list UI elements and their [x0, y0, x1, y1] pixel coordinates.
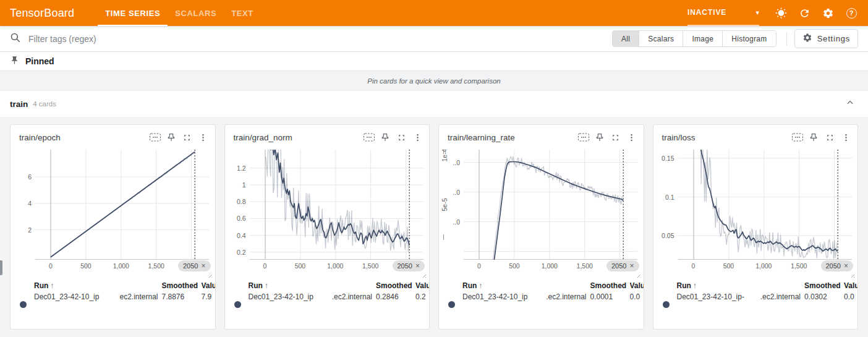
value-column-header[interactable]: Value — [202, 281, 215, 290]
axis-tick-label: 0.15 — [662, 155, 674, 162]
pin-icon[interactable] — [806, 130, 822, 145]
refresh-icon[interactable] — [793, 1, 816, 25]
close-icon[interactable]: × — [415, 262, 420, 270]
run-color-dot[interactable] — [448, 301, 455, 308]
run-group-name: train — [10, 100, 28, 109]
fullscreen-icon[interactable] — [608, 130, 624, 145]
axis-tick-label: 0 — [692, 262, 696, 270]
plugin-filter-group: All Scalars Image Histogram — [612, 30, 777, 47]
run-column-header[interactable]: Run — [249, 281, 263, 290]
line-chart[interactable]: ..0..0..01e-45e-5 2050× 05001,0001,500 — [439, 150, 640, 272]
run-status-dropdown[interactable]: INACTIVE ▾ — [687, 0, 759, 26]
run-color-dot[interactable] — [663, 301, 670, 308]
fullscreen-icon[interactable] — [393, 130, 409, 145]
value-cell: 0.2 — [415, 292, 429, 301]
axis-tick-label: 0 — [263, 262, 267, 270]
fit-domain-icon[interactable] — [576, 130, 592, 145]
scalar-card-learning-rate: train/learning_rate ..0..0..01e-45e-5 20… — [438, 124, 644, 330]
run-name-start: Dec01_23-42-10_ip — [249, 292, 313, 301]
run-color-dot[interactable] — [234, 301, 241, 308]
axis-tick-label: 4 — [28, 200, 32, 207]
line-chart[interactable]: 0.050.10.15 2050× 05001,0001,500 — [653, 150, 854, 272]
plot-area[interactable] — [464, 150, 637, 260]
pin-hint-band: Pin cards for a quick view and compariso… — [0, 70, 868, 91]
step-selector[interactable]: 2050× — [393, 260, 425, 271]
fullscreen-icon[interactable] — [179, 130, 195, 145]
filter-image-button[interactable]: Image — [683, 31, 723, 46]
smoothed-value: 0.0302 — [804, 292, 844, 301]
smoothed-value: 0.0001 — [590, 292, 630, 301]
smoothed-column-header[interactable]: Smoothed — [376, 281, 415, 290]
close-icon[interactable]: × — [629, 262, 634, 270]
sidebar-expand-handle[interactable] — [0, 260, 2, 275]
tab-text[interactable]: TEXT — [224, 0, 261, 26]
tab-scalars[interactable]: SCALARS — [168, 0, 224, 26]
filter-all-button[interactable]: All — [613, 31, 639, 46]
smoothed-value: 0.2846 — [376, 292, 415, 301]
run-name-end: .ec2.internal — [332, 292, 372, 301]
help-icon[interactable]: ? — [840, 1, 863, 25]
value-column-header[interactable]: Value — [415, 281, 429, 290]
x-axis: 2050× 05001,0001,500 — [250, 260, 423, 272]
more-menu-icon[interactable] — [838, 130, 854, 145]
axis-tick-label: 6 — [28, 173, 32, 181]
x-axis: 2050× 05001,0001,500 — [35, 260, 209, 272]
step-selector[interactable]: 2050× — [606, 260, 639, 271]
smoothed-column-header[interactable]: Smoothed — [804, 281, 844, 290]
scalar-card-epoch: train/epoch 246 2050× 05001,0001,500 Run… — [10, 124, 216, 330]
card-title: train/grad_norm — [234, 133, 292, 142]
line-chart[interactable]: 0.20.40.60.811.2 2050× 05001,0001,500 — [225, 150, 426, 272]
settings-button[interactable]: Settings — [794, 29, 858, 48]
run-color-dot[interactable] — [20, 301, 27, 308]
run-column-header[interactable]: Run — [677, 281, 691, 290]
more-menu-icon[interactable] — [409, 130, 425, 145]
resize-handle[interactable] — [420, 272, 426, 278]
more-menu-icon[interactable] — [624, 130, 640, 145]
close-icon[interactable]: × — [844, 262, 848, 270]
plot-area[interactable] — [35, 150, 209, 260]
close-icon[interactable]: × — [201, 262, 205, 270]
resize-handle[interactable] — [206, 272, 212, 278]
axis-tick-label: 2 — [28, 226, 32, 234]
settings-gear-icon[interactable] — [816, 1, 840, 25]
fit-domain-icon[interactable] — [147, 130, 163, 145]
resize-handle[interactable] — [849, 272, 854, 278]
plot-area[interactable] — [678, 150, 852, 260]
pin-icon[interactable] — [377, 130, 393, 145]
plot-area[interactable] — [250, 150, 423, 260]
value-column-header[interactable]: Value — [630, 281, 644, 290]
tab-time-series[interactable]: TIME SERIES — [98, 0, 168, 26]
run-table-row: Dec01_23-42-10_ip.ec2.internal 0.2846 0.… — [225, 292, 430, 308]
sort-arrow-icon: ↑ — [50, 281, 54, 290]
tag-filter-input[interactable] — [28, 34, 288, 44]
filter-histogram-button[interactable]: Histogram — [723, 31, 775, 46]
pin-icon — [10, 56, 19, 67]
fullscreen-icon[interactable] — [822, 130, 838, 145]
run-name-end: .ec2.internal — [546, 292, 586, 301]
pin-icon[interactable] — [163, 130, 179, 145]
step-selector[interactable]: 2050× — [821, 260, 854, 271]
fit-domain-icon[interactable] — [789, 130, 806, 145]
smoothed-column-header[interactable]: Smoothed — [162, 281, 202, 290]
run-table-row: Dec01_23-42-10_ipec2.internal 7.8876 7.9 — [11, 292, 215, 308]
axis-tick — [443, 234, 444, 240]
y-axis: ..0..0..01e-45e-5 — [439, 150, 464, 260]
y-axis: 246 — [11, 150, 35, 260]
axis-tick-label: ..0 — [453, 218, 460, 226]
sort-arrow-icon: ↑ — [265, 281, 268, 290]
fit-domain-icon[interactable] — [361, 130, 377, 145]
brightness-icon[interactable] — [769, 1, 793, 25]
resize-handle[interactable] — [635, 272, 640, 278]
run-group-header[interactable]: train 4 cards — [0, 91, 868, 117]
run-name-start: Dec01_23-42-10_ip — [34, 292, 99, 301]
line-chart[interactable]: 246 2050× 05001,0001,500 — [11, 150, 211, 272]
filter-scalars-button[interactable]: Scalars — [639, 31, 683, 46]
value-column-header[interactable]: Value — [844, 281, 857, 290]
step-selector[interactable]: 2050× — [178, 260, 211, 271]
pin-icon[interactable] — [592, 130, 608, 145]
run-column-header[interactable]: Run — [462, 281, 477, 290]
more-menu-icon[interactable] — [195, 130, 211, 145]
run-column-header[interactable]: Run — [34, 281, 48, 290]
smoothed-column-header[interactable]: Smoothed — [590, 281, 630, 290]
chevron-up-icon[interactable] — [842, 96, 858, 112]
